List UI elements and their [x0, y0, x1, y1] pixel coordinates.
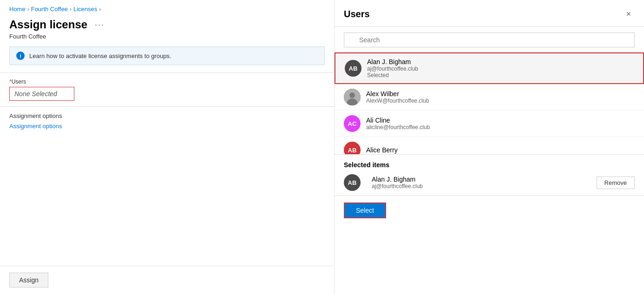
- user-info-alan-bigham: Alan J. Bigham aj@fourthcoffee.club Sele…: [367, 58, 634, 78]
- users-field-label: *Users: [9, 78, 325, 85]
- breadcrumb-home[interactable]: Home: [9, 6, 26, 13]
- page-title: Assign license: [9, 18, 87, 31]
- user-item-alan-bigham[interactable]: AB Alan J. Bigham aj@fourthcoffee.club S…: [335, 52, 644, 84]
- selected-user-email-alan: aj@fourthcoffee.club: [372, 183, 591, 189]
- flyout-footer: Select: [335, 196, 644, 225]
- avatar-alex-wilber: [344, 89, 361, 105]
- select-button[interactable]: Select: [344, 203, 386, 218]
- user-info-alex-wilber: Alex Wilber AlexW@fourthcoffee.club: [366, 90, 635, 104]
- flyout-header: Users ×: [335, 0, 644, 27]
- selected-items-section: Selected items AB Alan J. Bigham aj@four…: [335, 154, 644, 196]
- users-field-value[interactable]: None Selected: [9, 87, 74, 101]
- avatar-alan-bigham: AB: [345, 60, 361, 77]
- svg-point-1: [349, 92, 355, 98]
- breadcrumb-fourth-coffee[interactable]: Fourth Coffee: [31, 6, 68, 13]
- avatar-alice-berry: AB: [344, 142, 361, 154]
- info-banner: i Learn how to activate license assignme…: [9, 46, 325, 65]
- selected-avatar-alan: AB: [344, 174, 361, 191]
- breadcrumb: Home › Fourth Coffee › Licenses ›: [0, 0, 334, 16]
- info-banner-text: Learn how to activate license assignment…: [29, 52, 171, 59]
- remove-button-alan[interactable]: Remove: [597, 176, 635, 189]
- user-name-alex-wilber: Alex Wilber: [366, 90, 635, 98]
- users-field-section: *Users None Selected: [0, 72, 334, 106]
- user-name-ali-cline: Ali Cline: [366, 117, 635, 124]
- user-list: AB Alan J. Bigham aj@fourthcoffee.club S…: [335, 52, 644, 154]
- flyout-title: Users: [344, 9, 370, 20]
- user-list-wrap: AB Alan J. Bigham aj@fourthcoffee.club S…: [335, 52, 644, 154]
- left-panel: Home › Fourth Coffee › Licenses › Assign…: [0, 0, 335, 294]
- user-name-alan-bigham: Alan J. Bigham: [367, 58, 634, 65]
- user-item-ali-cline[interactable]: AC Ali Cline alicline@fourthcoffee.club: [335, 111, 644, 137]
- user-email-ali-cline: alicline@fourthcoffee.club: [366, 124, 635, 131]
- search-box-wrap: 🔍: [335, 27, 644, 52]
- assign-button[interactable]: Assign: [9, 273, 48, 287]
- selected-user-name-alan: Alan J. Bigham: [372, 176, 591, 183]
- selected-user-info-alan: Alan J. Bigham aj@fourthcoffee.club: [372, 176, 591, 189]
- assignment-options-link[interactable]: Assignment options: [9, 123, 62, 130]
- page-title-row: Assign license ···: [0, 16, 334, 33]
- users-label-text: Users: [12, 78, 26, 85]
- bottom-bar: Assign: [0, 266, 334, 294]
- avatar-ali-cline: AC: [344, 115, 361, 132]
- user-info-alice-berry: Alice Berry: [366, 146, 635, 154]
- breadcrumb-licenses[interactable]: Licenses: [73, 6, 97, 13]
- users-flyout: Users × 🔍 AB Alan J. Bigham aj@fourthcof…: [335, 0, 644, 294]
- info-icon: i: [16, 52, 25, 60]
- search-input[interactable]: [344, 33, 635, 47]
- user-item-alex-wilber[interactable]: Alex Wilber AlexW@fourthcoffee.club: [335, 84, 644, 111]
- user-item-alice-berry[interactable]: AB Alice Berry: [335, 137, 644, 154]
- search-wrap-inner: 🔍: [344, 33, 635, 47]
- assignment-options-section: Assignment options Assignment options: [0, 106, 334, 135]
- user-info-ali-cline: Ali Cline alicline@fourthcoffee.club: [366, 117, 635, 131]
- user-name-alice-berry: Alice Berry: [366, 146, 635, 154]
- user-email-alan-bigham: aj@fourthcoffee.club: [367, 65, 634, 72]
- user-email-alex-wilber: AlexW@fourthcoffee.club: [366, 98, 635, 104]
- close-button[interactable]: ×: [622, 7, 635, 21]
- user-selected-text-alan-bigham: Selected: [367, 72, 634, 78]
- selected-items-title: Selected items: [344, 161, 635, 169]
- page-subtitle: Fourth Coffee: [0, 33, 334, 46]
- more-options-button[interactable]: ···: [92, 19, 107, 31]
- selected-user-row-alan: AB Alan J. Bigham aj@fourthcoffee.club R…: [344, 174, 635, 191]
- assignment-options-label: Assignment options: [9, 112, 325, 119]
